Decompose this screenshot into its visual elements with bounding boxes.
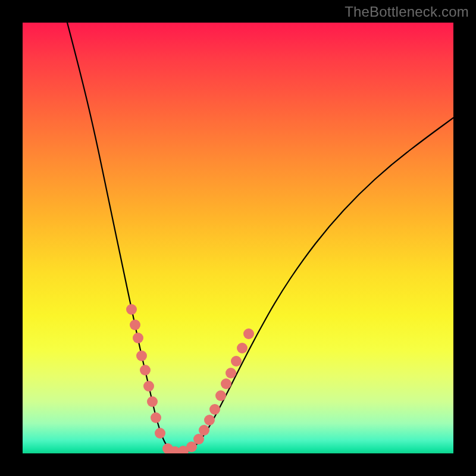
bottleneck-curve — [67, 23, 453, 453]
curve-dot — [155, 428, 165, 439]
curve-dot — [151, 412, 161, 423]
curve-dot — [136, 350, 147, 361]
curve-dot — [140, 365, 151, 375]
chart-svg — [23, 23, 453, 453]
curve-dot — [226, 368, 236, 378]
curve-dot — [199, 425, 209, 436]
curve-dot — [130, 320, 140, 330]
curve-dot — [237, 343, 248, 353]
curve-dot — [133, 333, 143, 343]
chart-frame: TheBottleneck.com — [0, 0, 476, 476]
curve-dot — [231, 356, 242, 367]
curve-dot — [215, 390, 226, 401]
curve-dot — [126, 304, 137, 315]
curve-dot — [209, 404, 220, 415]
chart-plot-area — [23, 23, 453, 453]
curve-dot — [147, 396, 158, 407]
watermark-text: TheBottleneck.com — [345, 4, 469, 20]
curve-dot — [221, 378, 231, 389]
curve-dot — [193, 434, 204, 444]
curve-dot — [143, 381, 154, 392]
curve-dot — [204, 415, 215, 425]
curve-dot — [243, 328, 254, 339]
